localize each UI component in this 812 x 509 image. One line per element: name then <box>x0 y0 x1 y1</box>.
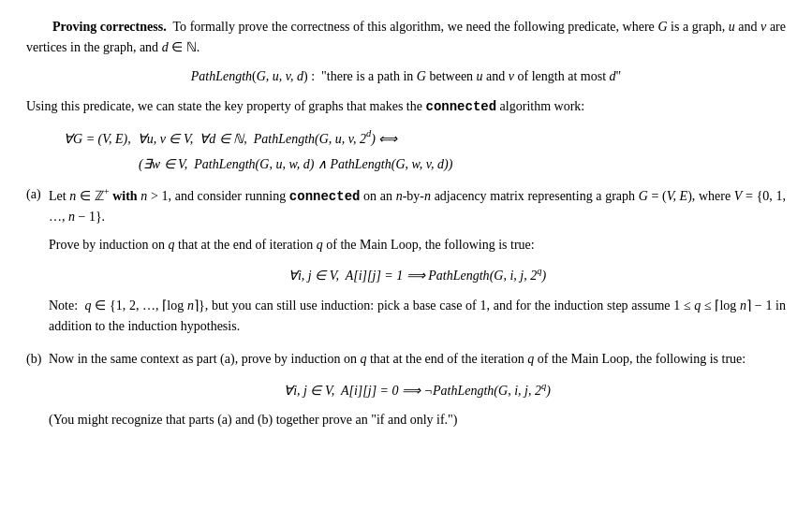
part-a-text: Let n ∈ ℤ+ with n > 1, and consider runn… <box>49 184 786 227</box>
forall-formula-block: ∀G = (V, E), ∀u, v ∈ V, ∀d ∈ ℕ, PathLeng… <box>64 127 786 175</box>
note-text: Note: q ∈ {1, 2, …, ⌈log n⌉}, but you ca… <box>49 296 786 336</box>
formula-a: ∀i, j ∈ V, A[i][j] = 1 ⟹ PathLength(G, i… <box>288 269 546 283</box>
connected-keyword-1: connected <box>425 99 496 114</box>
section-title: Proving correctness. <box>52 20 167 34</box>
part-a-prove: Prove by induction on q that at the end … <box>49 235 786 255</box>
predicate-formula: PathLength(G, u, v, d) : "there is a pat… <box>191 69 622 83</box>
main-content: Proving correctness. To formally prove t… <box>26 17 786 438</box>
intro-paragraph: Proving correctness. To formally prove t… <box>26 17 786 57</box>
part-a-label: (a) <box>26 184 49 205</box>
part-b-content: Now in the same context as part (a), pro… <box>49 349 786 438</box>
part-b-block: (b) Now in the same context as part (a),… <box>26 349 786 438</box>
formula-a-block: ∀i, j ∈ V, A[i][j] = 1 ⟹ PathLength(G, i… <box>49 265 786 286</box>
formula-b-block: ∀i, j ∈ V, A[i][j] = 0 ⟹ ¬PathLength(G, … <box>49 379 786 400</box>
part-b-label: (b) <box>26 349 49 370</box>
exists-line: (∃w ∈ V, PathLength(G, u, w, d) ∧ PathLe… <box>139 154 786 175</box>
part-a-content: Let n ∈ ℤ+ with n > 1, and consider runn… <box>49 184 786 343</box>
connected-keyword-2: connected <box>289 188 361 203</box>
using-paragraph: Using this predicate, we can state the k… <box>26 96 786 118</box>
conclusion-text: (You might recognize that parts (a) and … <box>49 410 786 430</box>
predicate-block: PathLength(G, u, v, d) : "there is a pat… <box>26 66 786 87</box>
forall-line: ∀G = (V, E), ∀u, v ∈ V, ∀d ∈ ℕ, PathLeng… <box>64 127 786 149</box>
part-a-block: (a) Let n ∈ ℤ+ with n > 1, and consider … <box>26 184 786 343</box>
formula-b: ∀i, j ∈ V, A[i][j] = 0 ⟹ ¬PathLength(G, … <box>284 384 551 398</box>
part-b-text: Now in the same context as part (a), pro… <box>49 349 786 370</box>
